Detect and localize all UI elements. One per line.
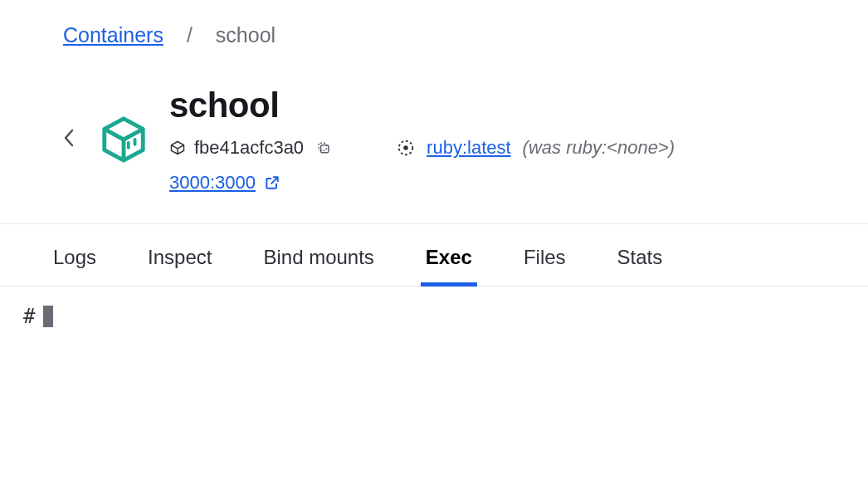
terminal-prompt: # <box>23 305 35 328</box>
svg-rect-0 <box>127 141 130 149</box>
tab-stats[interactable]: Stats <box>617 246 663 286</box>
tab-inspect[interactable]: Inspect <box>148 246 212 286</box>
image-link[interactable]: ruby:latest <box>427 137 511 159</box>
container-id: fbe41acfc3a0 <box>169 137 304 159</box>
container-cube-icon <box>98 114 149 165</box>
breadcrumb-current: school <box>216 23 276 47</box>
breadcrumb: Containers / school <box>0 0 868 47</box>
container-port-row: 3000:3000 <box>169 172 675 194</box>
container-tabs: Logs Inspect Bind mounts Exec Files Stat… <box>0 224 868 287</box>
svg-rect-3 <box>319 143 326 150</box>
container-header: school fbe41acfc3a0 ruby:latest (was rub… <box>0 47 868 220</box>
image-dashed-icon <box>397 139 415 157</box>
tab-exec[interactable]: Exec <box>426 246 472 286</box>
svg-point-5 <box>403 145 408 150</box>
container-id-row: fbe41acfc3a0 ruby:latest (was ruby:<none… <box>169 137 675 159</box>
svg-rect-2 <box>321 145 329 153</box>
image-was-text: (was ruby:<none>) <box>523 137 675 159</box>
copy-icon[interactable] <box>315 140 332 156</box>
tab-logs[interactable]: Logs <box>53 246 96 286</box>
tab-files[interactable]: Files <box>524 246 566 286</box>
external-link-icon[interactable] <box>264 174 280 191</box>
breadcrumb-separator: / <box>187 23 193 47</box>
container-meta: school fbe41acfc3a0 ruby:latest (was rub… <box>169 86 675 194</box>
back-chevron-icon[interactable] <box>60 129 78 151</box>
port-link[interactable]: 3000:3000 <box>169 172 256 194</box>
box-outline-icon <box>169 140 186 156</box>
container-id-text: fbe41acfc3a0 <box>194 137 304 159</box>
container-title: school <box>169 86 675 125</box>
breadcrumb-root-link[interactable]: Containers <box>63 23 163 47</box>
tab-bind-mounts[interactable]: Bind mounts <box>263 246 373 286</box>
svg-rect-1 <box>134 138 137 146</box>
terminal-cursor <box>43 306 53 327</box>
exec-terminal[interactable]: # <box>0 287 868 328</box>
